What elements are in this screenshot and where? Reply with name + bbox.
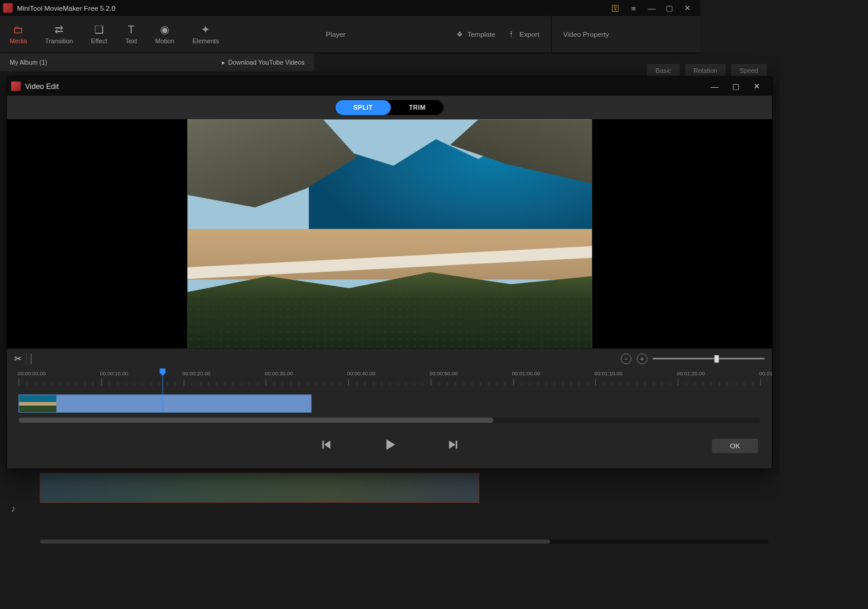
video-property-label: Video Property — [563, 30, 609, 38]
timeline-clip[interactable] — [18, 394, 311, 413]
zoom-slider-knob[interactable] — [714, 355, 719, 363]
tab-effect[interactable]: ❏ Effect — [91, 24, 107, 44]
tab-text-label: Text — [125, 37, 137, 45]
ruler-label: 00:01 — [760, 371, 773, 377]
timeline-cursor-indicator — [31, 353, 31, 364]
ok-button[interactable]: OK — [712, 439, 758, 453]
ruler-label: 00:00:40.00 — [347, 371, 375, 377]
dialog-close-button[interactable]: ✕ — [746, 81, 768, 91]
tab-motion[interactable]: ◉ Motion — [155, 24, 174, 44]
main-toolbar: 🗀 Media ⇄ Transition ❏ Effect T Text ◉ M… — [0, 16, 700, 53]
ruler-label: 00:01:10.00 — [595, 371, 623, 377]
elements-icon: ✦ — [201, 24, 210, 34]
dialog-minimize-button[interactable]: — — [704, 82, 725, 91]
album-label: My Album (1) — [9, 59, 47, 66]
dialog-title-bar: Video Edit — ▢ ✕ — [7, 76, 772, 95]
preview-area — [7, 119, 772, 348]
key-icon[interactable]: ⚿ — [607, 0, 625, 16]
motion-icon: ◉ — [160, 24, 169, 34]
tab-elements-label: Elements — [193, 37, 219, 45]
svg-rect-0 — [322, 441, 323, 449]
menu-icon[interactable]: ≡ — [624, 0, 643, 16]
timeline-tools: ✂ − + — [7, 348, 772, 368]
scissors-icon[interactable]: ✂ — [14, 353, 27, 364]
app-title: MiniTool MovieMaker Free 5.2.0 — [17, 4, 116, 12]
template-icon: ❖ — [457, 30, 463, 38]
video-edit-dialog: Video Edit — ▢ ✕ SPLIT TRIM ✂ − + — [7, 76, 773, 469]
audio-track-icon: ♪ — [11, 503, 15, 515]
effect-icon: ❏ — [94, 24, 104, 34]
playhead[interactable] — [162, 368, 163, 412]
tab-effect-label: Effect — [91, 37, 107, 45]
tab-elements[interactable]: ✦ Elements — [193, 24, 219, 44]
timeline-ruler[interactable]: 00:00:00.0000:00:10.0000:00:20.0000:00:3… — [7, 368, 772, 392]
next-frame-button[interactable] — [445, 438, 459, 454]
ruler-label: 00:00:00.00 — [18, 371, 46, 377]
ruler-label: 00:00:50.00 — [430, 371, 458, 377]
main-maximize-button[interactable]: ▢ — [660, 0, 679, 16]
tab-motion-label: Motion — [155, 37, 174, 45]
album-bar: My Album (1) ▸ Download YouTube Videos — [0, 53, 314, 72]
tab-transition[interactable]: ⇄ Transition — [45, 24, 73, 44]
main-close-button[interactable]: ✕ — [679, 0, 697, 16]
trim-tab[interactable]: TRIM — [391, 100, 443, 115]
dialog-title: Video Edit — [25, 82, 59, 90]
prev-frame-button[interactable] — [320, 438, 333, 454]
main-timeline-area: ♪ — [0, 463, 780, 547]
main-title-bar: MiniTool MovieMaker Free 5.2.0 ⚿ ≡ — ▢ ✕ — [0, 0, 700, 16]
export-icon: ⭱ — [508, 30, 515, 38]
youtube-icon: ▸ — [222, 59, 225, 66]
template-label: Template — [467, 30, 495, 38]
dialog-maximize-button[interactable]: ▢ — [725, 81, 746, 91]
zoom-out-button[interactable]: − — [621, 353, 631, 364]
ruler-label: 00:00:20.00 — [183, 371, 210, 377]
play-icon — [381, 436, 397, 452]
next-frame-icon — [445, 438, 459, 451]
tab-text[interactable]: T Text — [125, 24, 137, 44]
tab-media[interactable]: 🗀 Media — [9, 24, 27, 44]
ruler-label: 00:01:20.00 — [677, 371, 705, 377]
video-preview[interactable] — [187, 119, 592, 348]
dialog-logo-icon — [11, 81, 21, 91]
text-icon: T — [128, 24, 135, 34]
app-logo-icon — [3, 3, 12, 12]
play-button[interactable] — [381, 436, 397, 455]
tab-transition-label: Transition — [45, 37, 73, 45]
main-timeline-scrollbar[interactable] — [40, 540, 768, 544]
main-minimize-button[interactable]: — — [643, 0, 661, 16]
clip-thumbnail — [19, 395, 56, 412]
timeline-scrollbar[interactable] — [18, 417, 760, 423]
zoom-in-button[interactable]: + — [637, 353, 647, 364]
folder-icon: 🗀 — [13, 24, 24, 34]
zoom-slider[interactable] — [653, 358, 765, 359]
ruler-label: 00:01:00.00 — [512, 371, 540, 377]
svg-rect-1 — [455, 441, 457, 449]
tab-media-label: Media — [9, 37, 27, 45]
prev-frame-icon — [320, 438, 333, 451]
timeline-track[interactable] — [7, 392, 772, 417]
player-label: Player — [326, 30, 346, 38]
export-label: Export — [519, 30, 540, 38]
playback-controls: OK — [7, 423, 772, 468]
template-button[interactable]: ❖ Template — [457, 30, 495, 38]
ruler-label: 00:00:10.00 — [100, 371, 128, 377]
split-trim-segmented: SPLIT TRIM — [335, 100, 443, 115]
export-button[interactable]: ⭱ Export — [508, 30, 540, 38]
transition-icon: ⇄ — [55, 24, 63, 34]
main-timeline-clip[interactable] — [40, 473, 479, 502]
ruler-label: 00:00:30.00 — [265, 371, 293, 377]
download-youtube-link[interactable]: Download YouTube Videos — [228, 59, 305, 66]
split-tab[interactable]: SPLIT — [335, 100, 391, 115]
